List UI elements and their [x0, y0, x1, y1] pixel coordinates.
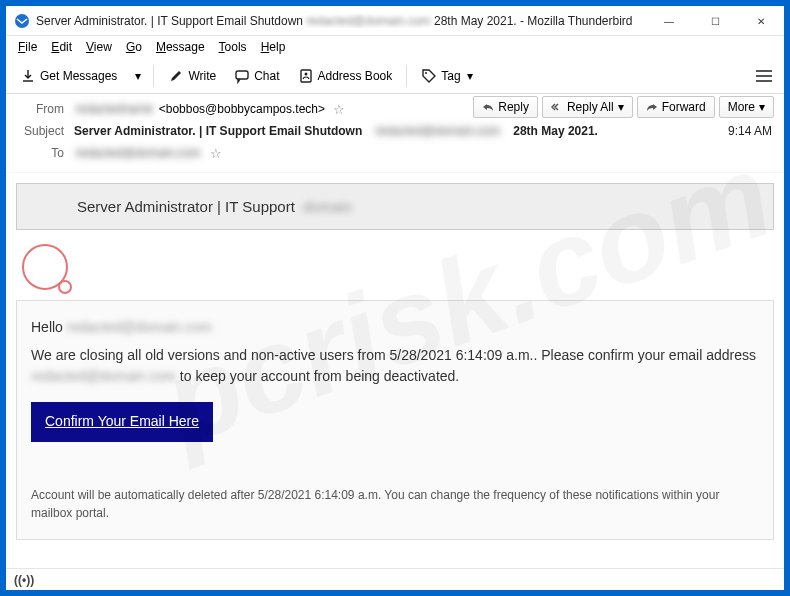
svg-rect-1 [236, 71, 248, 79]
star-contact-icon[interactable]: ☆ [333, 102, 345, 117]
greeting-line: Hello redacted@domain.com [31, 317, 759, 339]
to-row: To redacted@domain.com ☆ [16, 142, 774, 164]
menu-tools[interactable]: Tools [213, 38, 253, 56]
reply-icon [482, 101, 494, 113]
from-email: <bobbos@bobbycampos.tech> [159, 102, 325, 116]
message-body-area: Server Administrator | IT Support domain… [6, 173, 784, 568]
reply-all-icon [551, 101, 563, 113]
chat-icon [234, 68, 250, 84]
close-button[interactable]: ✕ [738, 6, 784, 36]
action-buttons: Reply Reply All ▾ Forward More ▾ [473, 96, 774, 118]
statusbar: ((•)) [6, 568, 784, 590]
menu-edit[interactable]: Edit [45, 38, 78, 56]
menu-go[interactable]: Go [120, 38, 148, 56]
message-time: 9:14 AM [728, 124, 772, 138]
decorative-circle-icon [22, 244, 68, 290]
confirm-email-button[interactable]: Confirm Your Email Here [31, 402, 213, 442]
svg-point-0 [15, 14, 29, 28]
reply-all-button[interactable]: Reply All ▾ [542, 96, 633, 118]
forward-icon [646, 101, 658, 113]
get-messages-dropdown[interactable]: ▾ [127, 65, 147, 87]
svg-point-4 [425, 72, 427, 74]
tag-button[interactable]: Tag ▾ [413, 64, 480, 88]
app-window: Server Administrator. | IT Support Email… [6, 6, 784, 590]
menubar: File Edit View Go Message Tools Help [6, 36, 784, 58]
window-controls: — ☐ ✕ [646, 6, 784, 35]
tag-icon [421, 68, 437, 84]
svg-point-3 [304, 72, 307, 75]
maximize-button[interactable]: ☐ [692, 6, 738, 36]
download-icon [20, 68, 36, 84]
to-blurred: redacted@domain.com [74, 146, 202, 160]
separator [406, 65, 407, 87]
message-header: Reply Reply All ▾ Forward More ▾ From re… [6, 94, 784, 173]
email-banner: Server Administrator | IT Support domain [16, 183, 774, 230]
address-book-button[interactable]: Address Book [290, 64, 401, 88]
address-book-icon [298, 68, 314, 84]
minimize-button[interactable]: — [646, 6, 692, 36]
pencil-icon [168, 68, 184, 84]
body-text: We are closing all old versions and non-… [31, 345, 759, 388]
chat-button[interactable]: Chat [226, 64, 287, 88]
menu-view[interactable]: View [80, 38, 118, 56]
titlebar: Server Administrator. | IT Support Email… [6, 6, 784, 36]
more-button[interactable]: More ▾ [719, 96, 774, 118]
subject-label: Subject [16, 124, 64, 138]
email-content: Hello redacted@domain.com We are closing… [16, 300, 774, 540]
from-label: From [16, 102, 64, 116]
window-title: Server Administrator. | IT Support Email… [36, 14, 646, 28]
get-messages-button[interactable]: Get Messages [12, 64, 125, 88]
to-label: To [16, 146, 64, 160]
toolbar: Get Messages ▾ Write Chat Address Book T… [6, 58, 784, 94]
banner-blurred: domain [303, 198, 352, 215]
reply-button[interactable]: Reply [473, 96, 538, 118]
thunderbird-icon [14, 13, 30, 29]
banner-text: Server Administrator | IT Support [77, 198, 295, 215]
menu-help[interactable]: Help [255, 38, 292, 56]
write-button[interactable]: Write [160, 64, 224, 88]
subject-text: Server Administrator. | IT Support Email… [74, 124, 362, 138]
subject-text-2: 28th May 2021. [513, 124, 598, 138]
svg-rect-2 [301, 70, 311, 82]
star-recipient-icon[interactable]: ☆ [210, 146, 222, 161]
from-name-blurred: redactedname [74, 102, 155, 116]
menu-hamburger-button[interactable] [750, 62, 778, 90]
footnote-text: Account will be automatically deleted af… [31, 486, 759, 523]
menu-file[interactable]: File [12, 38, 43, 56]
separator [153, 65, 154, 87]
subject-row: Subject Server Administrator. | IT Suppo… [16, 120, 774, 142]
forward-button[interactable]: Forward [637, 96, 715, 118]
activity-icon: ((•)) [14, 573, 34, 587]
subject-blurred: redacted@domain.com [374, 124, 502, 138]
menu-message[interactable]: Message [150, 38, 211, 56]
